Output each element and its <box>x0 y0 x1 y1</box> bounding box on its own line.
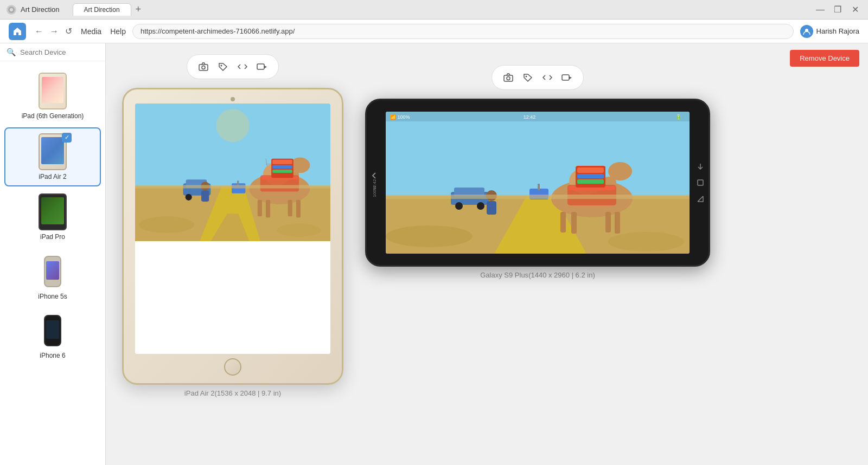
sidebar-header: 🔍 « <box>0 43 105 61</box>
galaxys9-wrapper: 12:42 100% <box>365 99 710 267</box>
svg-rect-33 <box>272 165 292 169</box>
ipadair2-screen <box>135 104 330 354</box>
sidebar: 🔍 « iPad (6th Generation) <box>0 43 106 465</box>
nav-arrows: ← → ↺ <box>33 24 74 38</box>
resize-corner-icon <box>697 195 704 203</box>
ipadair2-image <box>135 104 330 241</box>
resize-square-icon <box>697 179 704 186</box>
device-item-iphone5s[interactable]: iPhone 5s <box>4 248 101 306</box>
device-name-iphonedark: iPhone 6 <box>40 352 65 360</box>
galaxys9-video-btn[interactable] <box>558 69 576 86</box>
close-button[interactable]: ✕ <box>848 3 861 16</box>
url-text: https://competent-archimedes-716066.netl… <box>141 27 295 35</box>
galaxys9-screen: 📶 100% 12:42 🔋 <box>386 112 690 254</box>
main-layout: 🔍 « iPad (6th Generation) <box>0 43 868 465</box>
device-name-ipadair2: iPad Air 2 <box>39 173 66 182</box>
galaxys9-left-controls: 12:42 100% <box>367 100 382 265</box>
device-name-ipad6: iPad (6th Generation) <box>22 112 84 121</box>
svg-text:🔋: 🔋 <box>675 114 682 120</box>
selected-badge: ✓ <box>62 133 72 143</box>
ipadair2-camera-btn[interactable] <box>195 58 212 75</box>
window-controls: — ❐ ✕ <box>814 3 861 16</box>
ipadair2-toolbar <box>187 54 279 79</box>
svg-rect-36 <box>201 191 209 202</box>
svg-rect-25 <box>296 200 301 218</box>
svg-rect-59 <box>560 212 566 232</box>
svg-rect-71 <box>577 179 604 184</box>
ipadair2-view: iPad Air 2(1536 x 2048 | 9.7 in) <box>122 54 343 397</box>
search-icon: 🔍 <box>7 48 16 56</box>
battery-text: 100% <box>372 186 377 197</box>
title-bar-left: Art Direction Art Direction + <box>7 3 141 16</box>
ipadair2-camera-dot <box>231 97 235 101</box>
url-bar[interactable]: https://competent-archimedes-716066.netl… <box>132 24 794 39</box>
svg-point-65 <box>608 162 632 180</box>
galaxys9-label: Galaxy S9 Plus(1440 x 2960 | 6.2 in) <box>480 271 595 279</box>
ipadair2-frame <box>122 88 343 385</box>
svg-rect-61 <box>605 212 611 232</box>
device-thumb-ipadair2: ✓ <box>34 133 72 171</box>
remove-device-button[interactable]: Remove Device <box>790 50 859 67</box>
svg-rect-32 <box>272 160 292 164</box>
minimize-button[interactable]: — <box>814 3 827 16</box>
device-item-iphonedark[interactable]: iPhone 6 <box>4 307 101 365</box>
user-name: Harish Rajora <box>816 27 859 35</box>
svg-text:📶 100%: 📶 100% <box>390 114 410 120</box>
svg-rect-62 <box>615 212 620 234</box>
home-button[interactable] <box>9 23 26 40</box>
nav-links: Media Help <box>81 27 126 36</box>
svg-point-13 <box>277 224 321 237</box>
maximize-button[interactable]: ❐ <box>831 3 844 16</box>
device-item-ipadpro[interactable]: iPad Pro <box>4 189 101 246</box>
svg-point-57 <box>477 202 484 210</box>
user-info: Harish Rajora <box>800 25 859 38</box>
galaxys9-tag-btn[interactable] <box>519 69 537 86</box>
galaxys9-frame: 12:42 100% <box>365 99 710 267</box>
svg-point-4 <box>202 66 205 69</box>
active-tab[interactable]: Art Direction <box>73 3 131 16</box>
device-item-ipad6[interactable]: iPad (6th Generation) <box>4 68 101 125</box>
svg-rect-3 <box>199 64 208 70</box>
svg-rect-60 <box>571 212 577 234</box>
galaxys9-code-btn[interactable] <box>539 69 556 86</box>
back-button[interactable]: ← <box>33 24 46 38</box>
svg-rect-34 <box>272 170 292 173</box>
svg-point-41 <box>507 77 510 80</box>
svg-point-1 <box>10 8 13 11</box>
tab-bar: Art Direction + <box>73 3 142 16</box>
galaxys9-camera-btn[interactable] <box>500 69 517 86</box>
ipadair2-label: iPad Air 2(1536 x 2048 | 9.7 in) <box>184 389 281 397</box>
svg-rect-69 <box>577 167 604 173</box>
svg-point-42 <box>526 76 527 78</box>
app-title: Art Direction <box>21 5 60 14</box>
devices-container: iPad Air 2(1536 x 2048 | 9.7 in) <box>106 43 868 465</box>
svg-point-56 <box>455 202 463 210</box>
ipadair2-video-btn[interactable] <box>253 58 271 75</box>
device-thumb-iphone5s <box>34 253 72 290</box>
device-thumb-iphonedark <box>34 312 72 350</box>
device-thumb-ipad6 <box>34 72 72 110</box>
search-input[interactable] <box>20 48 111 56</box>
svg-rect-74 <box>386 195 690 199</box>
svg-point-48 <box>608 232 684 251</box>
nav-bar: ← → ↺ Media Help https://competent-archi… <box>0 20 868 43</box>
ipadair2-code-btn[interactable] <box>234 58 251 75</box>
svg-rect-53 <box>538 184 540 190</box>
svg-rect-40 <box>504 75 513 81</box>
nav-media[interactable]: Media <box>81 27 101 36</box>
svg-point-8 <box>216 109 250 142</box>
forward-button[interactable]: → <box>48 24 61 38</box>
svg-point-47 <box>386 225 473 247</box>
device-name-iphone5s: iPhone 5s <box>38 293 67 301</box>
ipadair2-tag-btn[interactable] <box>214 58 232 75</box>
svg-rect-79 <box>698 180 703 185</box>
svg-point-19 <box>186 194 192 201</box>
svg-point-5 <box>221 65 222 67</box>
nav-help[interactable]: Help <box>110 27 126 36</box>
ipadair2-home-button[interactable] <box>224 358 241 376</box>
device-item-ipadair2[interactable]: ✓ iPad Air 2 <box>4 127 101 187</box>
refresh-button[interactable]: ↺ <box>63 24 74 38</box>
galaxys9-toolbar <box>492 65 584 90</box>
svg-rect-39 <box>135 185 330 188</box>
add-tab-button[interactable]: + <box>136 4 142 15</box>
